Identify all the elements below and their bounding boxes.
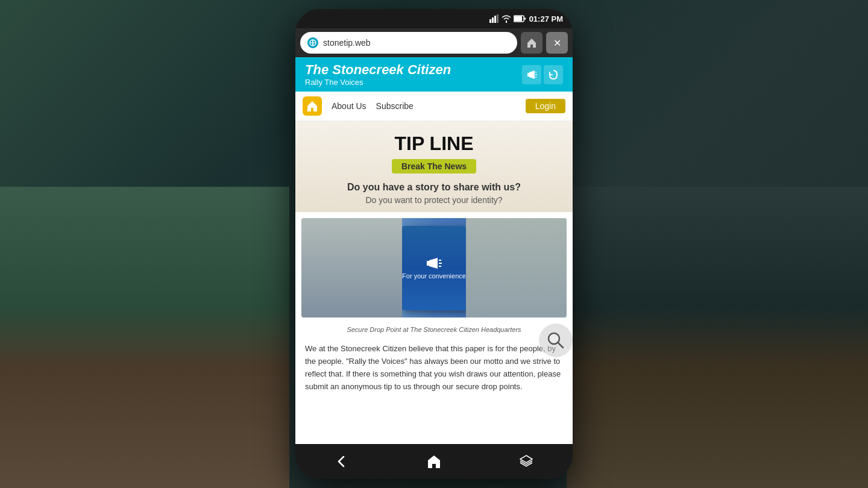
dropbox-text: For your convenience bbox=[402, 272, 466, 280]
url-text[interactable]: stonetip.web bbox=[323, 38, 510, 48]
svg-rect-1 bbox=[492, 17, 494, 23]
search-icon bbox=[546, 331, 565, 350]
tipline-question1: Do you have a story to share with us? bbox=[305, 182, 563, 193]
nav-about[interactable]: About Us bbox=[332, 101, 366, 111]
search-overlay[interactable] bbox=[539, 324, 573, 357]
body-text: We at the Stonecreek Citizen believe tha… bbox=[295, 338, 573, 400]
svg-rect-2 bbox=[494, 16, 496, 23]
site-title: The Stonecreek Citizen bbox=[305, 62, 451, 78]
signal-icon bbox=[489, 14, 499, 23]
site-title-block: The Stonecreek Citizen Rally The Voices bbox=[305, 62, 451, 87]
nav-login-btn[interactable]: Login bbox=[526, 99, 565, 113]
svg-rect-5 bbox=[514, 16, 522, 21]
status-icons bbox=[489, 14, 526, 23]
wifi-icon bbox=[502, 14, 511, 23]
nav-home-btn[interactable] bbox=[303, 96, 322, 116]
site-subtitle: Rally The Voices bbox=[305, 78, 451, 87]
back-btn[interactable] bbox=[327, 450, 356, 473]
page-content: TIP LINE Break The News Do you have a st… bbox=[295, 121, 573, 444]
close-browser-btn[interactable]: ✕ bbox=[546, 32, 568, 54]
site-header: The Stonecreek Citizen Rally The Voices bbox=[295, 57, 573, 92]
dropbox-megaphone-icon bbox=[426, 257, 442, 270]
bottom-nav bbox=[295, 444, 573, 479]
bg-left-panel bbox=[0, 187, 289, 488]
tipline-title: TIP LINE bbox=[305, 133, 563, 154]
dropbox-box: For your convenience bbox=[401, 226, 467, 310]
dropbox-caption: Secure Drop Point at The Stonecreek Citi… bbox=[295, 324, 573, 338]
layers-btn[interactable] bbox=[512, 450, 541, 473]
svg-rect-6 bbox=[524, 17, 526, 20]
dropbox-image: For your convenience bbox=[301, 218, 567, 318]
site-nav: About Us Subscribe Login bbox=[295, 92, 573, 121]
svg-rect-0 bbox=[489, 19, 491, 23]
break-badge: Break The News bbox=[392, 159, 476, 174]
phone-device: 01:27 PM stonetip.web ✕ bbox=[295, 9, 573, 479]
nav-subscribe[interactable]: Subscribe bbox=[376, 101, 414, 111]
address-bar[interactable]: stonetip.web bbox=[300, 32, 517, 54]
svg-line-16 bbox=[558, 342, 563, 348]
site-header-icons bbox=[522, 65, 563, 84]
bg-right-panel bbox=[567, 187, 868, 488]
status-time: 01:27 PM bbox=[529, 14, 563, 23]
home-btn[interactable] bbox=[420, 450, 448, 473]
website-content: The Stonecreek Citizen Rally The Voices bbox=[295, 57, 573, 444]
tipline-hero: TIP LINE Break The News Do you have a st… bbox=[295, 121, 573, 212]
home-browser-btn[interactable] bbox=[521, 32, 542, 54]
site-icon bbox=[307, 37, 318, 48]
browser-chrome: stonetip.web ✕ bbox=[295, 28, 573, 57]
battery-icon bbox=[514, 15, 526, 22]
refresh-icon-btn[interactable] bbox=[544, 65, 563, 84]
status-bar: 01:27 PM bbox=[295, 9, 573, 28]
tipline-question2: Do you want to protect your identity? bbox=[305, 195, 563, 205]
svg-rect-3 bbox=[497, 14, 498, 23]
megaphone-icon-btn[interactable] bbox=[522, 65, 541, 84]
